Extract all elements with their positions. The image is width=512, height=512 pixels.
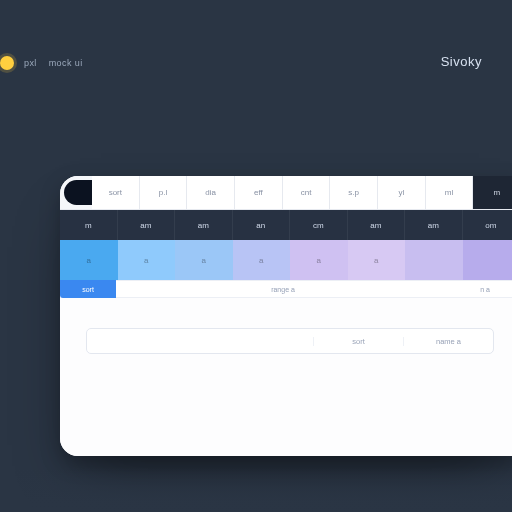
swatch[interactable]: a	[348, 240, 406, 280]
swatch[interactable]	[463, 240, 513, 280]
hdr-cell[interactable]: an	[233, 210, 291, 240]
status-dot-icon	[0, 56, 14, 70]
main-card: sort p.l dia eff cnt s.p yl ml m m am am…	[60, 176, 512, 456]
tab-2[interactable]: dia	[187, 176, 235, 209]
hdr-cell[interactable]: am	[348, 210, 406, 240]
tab-1[interactable]: p.l	[140, 176, 188, 209]
search-col-1[interactable]: sort	[313, 337, 403, 346]
swatch[interactable]: a	[118, 240, 176, 280]
hdr-cell[interactable]: am	[175, 210, 233, 240]
hdr-cell[interactable]: m	[60, 210, 118, 240]
tab-3[interactable]: eff	[235, 176, 283, 209]
tab-handle-icon[interactable]	[64, 180, 92, 205]
hdr-cell[interactable]: om	[463, 210, 513, 240]
tab-7[interactable]: ml	[426, 176, 474, 209]
tab-strip: sort p.l dia eff cnt s.p yl ml m	[60, 176, 512, 210]
header-label-2: mock ui	[49, 58, 83, 68]
swatch[interactable]: a	[233, 240, 291, 280]
hdr-cell[interactable]: cm	[290, 210, 348, 240]
tab-dark[interactable]: m	[473, 176, 512, 209]
swatch[interactable]	[405, 240, 463, 280]
tab-5[interactable]: s.p	[330, 176, 378, 209]
swatch[interactable]: a	[175, 240, 233, 280]
tab-4[interactable]: cnt	[283, 176, 331, 209]
tab-6[interactable]: yl	[378, 176, 426, 209]
search-col-2[interactable]: name a	[403, 337, 493, 346]
strip-pill[interactable]: sort	[60, 280, 116, 298]
hdr-cell[interactable]: am	[405, 210, 463, 240]
label-strip: sort range a n a	[60, 280, 512, 298]
header-label-1: pxl	[24, 58, 37, 68]
hdr-cell[interactable]: am	[118, 210, 176, 240]
swatch[interactable]: a	[60, 240, 118, 280]
swatch-row: a a a a a a	[60, 240, 512, 280]
search-bar: sort name a	[86, 328, 494, 354]
strip-right-label: n a	[450, 286, 512, 293]
strip-mid-label: range a	[116, 286, 450, 293]
bottom-fade	[0, 468, 512, 512]
card-body: sort name a	[60, 298, 512, 456]
tab-0[interactable]: sort	[92, 176, 140, 209]
header-left: pxl mock ui	[0, 56, 83, 70]
swatch[interactable]: a	[290, 240, 348, 280]
brand-label: Sivoky	[441, 54, 482, 69]
table-header: m am am an cm am am om	[60, 210, 512, 240]
